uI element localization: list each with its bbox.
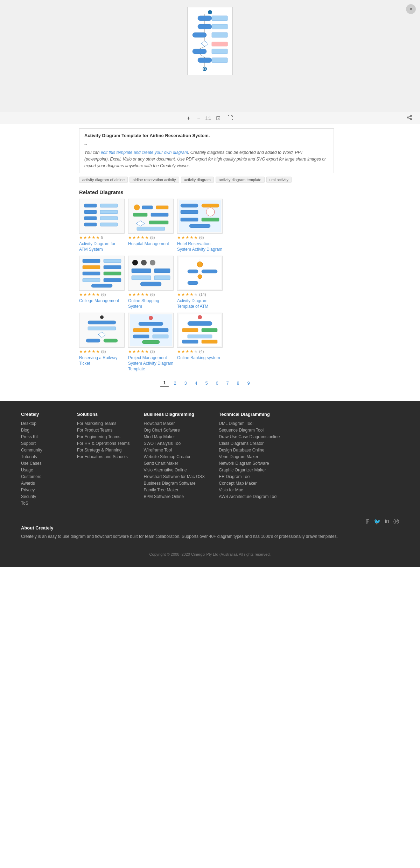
footer-link-orgchart[interactable]: Org Chart Software — [144, 428, 205, 433]
footer-link-usecase[interactable]: Draw Use Case Diagrams online — [219, 434, 280, 439]
page-6[interactable]: 6 — [213, 379, 221, 387]
diagram-name-atm[interactable]: Activity Diagram for ATM System — [79, 241, 125, 252]
footer-link-privacy[interactable]: Privacy — [21, 488, 63, 492]
footer-link-usecases[interactable]: Use Cases — [21, 461, 63, 466]
footer-link-wireframe[interactable]: Wireframe Tool — [144, 448, 205, 453]
footer-link-visio-mac[interactable]: Visio for Mac — [219, 488, 280, 492]
footer-link-desktop[interactable]: Desktop — [21, 421, 63, 426]
footer-link-usage[interactable]: Usage — [21, 468, 63, 472]
diagram-card-college[interactable]: ★ ★ ★ ★ ★ (6) College Management — [79, 256, 125, 309]
tag-3[interactable]: activity diagram template — [216, 177, 265, 183]
diagram-name-shopping[interactable]: Online Shopping System — [128, 298, 174, 309]
tag-1[interactable]: airline reservation activity — [130, 177, 179, 183]
svg-point-81 — [198, 275, 202, 279]
page-7[interactable]: 7 — [223, 379, 232, 387]
svg-rect-94 — [153, 328, 168, 332]
footer-link-product[interactable]: For Product Teams — [77, 428, 130, 433]
footer-link-security[interactable]: Security — [21, 494, 63, 499]
footer-link-mindmap[interactable]: Mind Map Maker — [144, 434, 205, 439]
svg-rect-54 — [181, 218, 198, 221]
diagram-card-atm2[interactable]: ★ ★ ★ ★ ★ (14) Activity Diagram Template… — [177, 256, 223, 309]
svg-rect-3 — [198, 16, 212, 21]
svg-rect-52 — [181, 210, 198, 214]
diagram-card-project[interactable]: ★ ★ ★ ★ ★ (3) Project Management System … — [128, 313, 174, 372]
svg-point-68 — [132, 260, 138, 265]
diagram-card-banking[interactable]: ★ ★ ★ ★ ★ (4) Online Banking system — [177, 313, 223, 372]
svg-point-53 — [206, 208, 215, 216]
footer-link-network[interactable]: Network Diagram Software — [219, 461, 280, 466]
footer-link-visio-alt[interactable]: Visio Alternative Online — [144, 468, 205, 472]
diagram-card-railway[interactable]: ★ ★ ★ ★ ★ (5) Reserving a Railway Ticket — [79, 313, 125, 372]
page-3[interactable]: 3 — [181, 379, 190, 387]
viewer-area: × — [0, 0, 420, 112]
footer-link-class[interactable]: Class Diagrams Creator — [219, 441, 280, 446]
linkedin-icon[interactable]: in — [385, 518, 389, 526]
footer-link-engineering[interactable]: For Engineering Teams — [77, 434, 130, 439]
fit-page-button[interactable]: ⊡ — [214, 114, 223, 122]
footer-link-support[interactable]: Support — [21, 441, 63, 446]
svg-rect-6 — [212, 24, 227, 29]
page-1[interactable]: 1 — [160, 379, 169, 387]
footer-link-gantt[interactable]: Gantt Chart Maker — [144, 461, 205, 466]
footer-link-bpm[interactable]: BPM Software Online — [144, 494, 205, 499]
footer-link-database[interactable]: Design Database Online — [219, 448, 280, 453]
share-button[interactable] — [405, 114, 414, 122]
diagram-card-atm[interactable]: ★ ★ ★ ★ ★ 5 Activity Diagram for ATM Sys… — [79, 199, 125, 252]
page-4[interactable]: 4 — [192, 379, 200, 387]
footer-link-uml[interactable]: UML Diagram Tool — [219, 421, 280, 426]
edit-link[interactable]: edit this template and create your own d… — [101, 150, 188, 155]
page-5[interactable]: 5 — [202, 379, 211, 387]
footer-link-familytree[interactable]: Family Tree Maker — [144, 488, 205, 492]
diagram-card-shopping[interactable]: ★ ★ ★ ★ ★ (6) Online Shopping System — [128, 256, 174, 309]
fullscreen-button[interactable]: ⛶ — [225, 114, 235, 122]
footer-link-tutorials[interactable]: Tutorials — [21, 454, 63, 459]
page-9[interactable]: 9 — [244, 379, 253, 387]
footer-link-press[interactable]: Press Kit — [21, 434, 63, 439]
footer-link-sequence[interactable]: Sequence Diagram Tool — [219, 428, 280, 433]
footer-link-aws[interactable]: AWS Architecture Diagram Tool — [219, 494, 280, 499]
footer-link-marketing[interactable]: For Marketing Teams — [77, 421, 130, 426]
tag-4[interactable]: uml activity — [266, 177, 292, 183]
footer-link-hr[interactable]: For HR & Operations Teams — [77, 441, 130, 446]
diagram-card-hospital[interactable]: ★ ★ ★ ★ ★ (5) Hospital Management — [128, 199, 174, 252]
diagram-card-hotel[interactable]: ★ ★ ★ ★ ★ (6) Hotel Reservation System A… — [177, 199, 223, 252]
page-2[interactable]: 2 — [171, 379, 179, 387]
footer-link-er[interactable]: ER Diagram Tool — [219, 474, 280, 479]
footer-link-community[interactable]: Community — [21, 448, 63, 453]
twitter-icon[interactable]: 🐦 — [374, 518, 381, 526]
footer-link-flowchart-mac[interactable]: Flowchart Software for Mac OSX — [144, 474, 205, 479]
stars-hospital: ★ ★ ★ ★ ★ (5) — [128, 235, 174, 240]
footer-link-educators[interactable]: For Educators and Schools — [77, 454, 130, 459]
svg-rect-10 — [212, 42, 227, 46]
zoom-in-button[interactable]: + — [185, 114, 192, 122]
diagram-name-hotel[interactable]: Hotel Reservation System Activity Diagra… — [177, 241, 223, 252]
diagram-name-hospital[interactable]: Hospital Management — [128, 241, 174, 247]
diagram-name-railway[interactable]: Reserving a Railway Ticket — [79, 355, 125, 366]
tag-2[interactable]: activity diagram — [181, 177, 214, 183]
footer-link-graphic[interactable]: Graphic Organizer Maker — [219, 468, 280, 472]
diagram-name-banking[interactable]: Online Banking system — [177, 355, 223, 361]
footer-link-tos[interactable]: ToS — [21, 501, 63, 506]
diagram-name-college[interactable]: College Management — [79, 298, 125, 304]
footer-link-customers[interactable]: Customers — [21, 474, 63, 479]
footer-link-awards[interactable]: Awards — [21, 481, 63, 486]
footer-link-swot[interactable]: SWOT Analysis Tool — [144, 441, 205, 446]
svg-rect-86 — [88, 327, 116, 330]
facebook-icon[interactable]: 𝔽 — [366, 518, 370, 526]
close-button[interactable]: × — [406, 4, 416, 14]
pinterest-icon[interactable]: Ⓟ — [393, 518, 399, 526]
toolbar: + − 1:1 ⊡ ⛶ — [0, 112, 420, 124]
footer-link-venn[interactable]: Venn Diagram Maker — [219, 454, 280, 459]
footer-link-blog[interactable]: Blog — [21, 428, 63, 433]
diagram-name-atm2[interactable]: Activity Diagram Template of ATM — [177, 298, 223, 309]
footer-link-flowchart[interactable]: Flowchart Maker — [144, 421, 205, 426]
diagrams-row-3: ★ ★ ★ ★ ★ (5) Reserving a Railway Ticket — [79, 313, 334, 372]
page-8[interactable]: 8 — [234, 379, 242, 387]
zoom-out-button[interactable]: − — [195, 114, 202, 122]
footer-link-strategy[interactable]: For Strategy & Planning — [77, 448, 130, 453]
footer-link-sitemap[interactable]: Website Sitemap Creator — [144, 454, 205, 459]
footer-link-bizdiagram[interactable]: Business Diagram Software — [144, 481, 205, 486]
diagram-name-project[interactable]: Project Management System Activity Diagr… — [128, 355, 174, 372]
footer-link-concept[interactable]: Concept Map Maker — [219, 481, 280, 486]
tag-0[interactable]: activity diagram of airline — [79, 177, 128, 183]
